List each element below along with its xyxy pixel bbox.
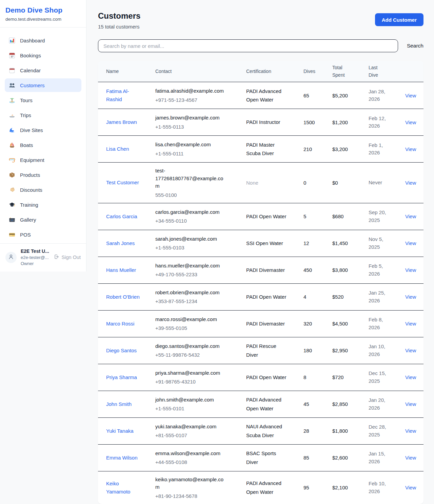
- view-link[interactable]: View: [405, 93, 416, 98]
- sidebar-item-customers[interactable]: Customers: [5, 78, 81, 92]
- customer-contact-cell: yuki.tanaka@example.com+81-555-0107: [155, 423, 246, 439]
- sidebar-item-pos[interactable]: POS: [5, 228, 81, 241]
- customer-name-link[interactable]: Fatima Al-Rashid: [106, 87, 140, 104]
- customer-name-cell: Hans Mueller: [106, 266, 155, 274]
- customer-email: emma.wilson@example.com: [155, 450, 227, 458]
- sidebar-item-label: Training: [20, 202, 38, 208]
- sidebar-item-gallery[interactable]: Gallery: [5, 213, 81, 226]
- view-link[interactable]: View: [405, 294, 416, 300]
- customer-dives: 12: [303, 240, 332, 246]
- page-title: Customers: [98, 11, 140, 21]
- customer-email: john.smith@example.com: [155, 396, 227, 404]
- customer-name-cell: Robert O'Brien: [106, 293, 155, 301]
- view-link[interactable]: View: [405, 485, 416, 490]
- view-link[interactable]: View: [405, 401, 416, 407]
- sidebar-item-training[interactable]: Training: [5, 198, 81, 211]
- sidebar-item-equipment[interactable]: Equipment: [5, 153, 81, 167]
- sidebar: Demo Dive Shop demo.test.divestreams.com…: [0, 0, 86, 272]
- customer-name-link[interactable]: Diego Santos: [106, 347, 140, 355]
- sidebar-item-tours[interactable]: Tours: [5, 93, 81, 107]
- search-row: Search: [98, 39, 423, 52]
- view-link[interactable]: View: [405, 428, 416, 434]
- customer-name-link[interactable]: James Brown: [106, 118, 140, 126]
- sidebar-item-dashboard[interactable]: Dashboard: [5, 34, 81, 47]
- customer-last-dive: Jan 10, 2026: [369, 343, 390, 358]
- customer-name-link[interactable]: Carlos Garcia: [106, 212, 140, 221]
- customer-last-dive: Sep 20, 2025: [369, 209, 390, 224]
- customer-certification: BSAC Sports Diver: [246, 449, 288, 466]
- sidebar-item-calendar[interactable]: Calendar: [5, 63, 81, 77]
- person-icon: [8, 254, 14, 261]
- customer-phone: +1-555-0103: [155, 244, 246, 251]
- customer-last-dive: Feb 5, 2026: [369, 262, 390, 278]
- sign-out-label: Sign Out: [62, 255, 81, 260]
- customer-name-link[interactable]: John Smith: [106, 400, 140, 408]
- customer-certification: PADI Instructor: [246, 118, 288, 127]
- customer-name-cell: Keiko Yamamoto: [106, 480, 155, 496]
- customer-total-spent: $2,850: [332, 401, 369, 407]
- customer-last-dive: Feb 12, 2026: [369, 115, 390, 130]
- customer-last-dive: Jan 15, 2026: [369, 450, 390, 465]
- search-button[interactable]: Search: [407, 43, 423, 49]
- customer-name-link[interactable]: Yuki Tanaka: [106, 427, 140, 435]
- view-link[interactable]: View: [405, 180, 416, 186]
- search-input[interactable]: [98, 39, 398, 52]
- view-link[interactable]: View: [405, 146, 416, 152]
- customer-contact-cell: marco.rossi@example.com+39-555-0105: [155, 316, 246, 332]
- table-row: John Smithjohn.smith@example.com+1-555-0…: [98, 391, 423, 418]
- customer-phone: +353-87-555-1234: [155, 298, 246, 305]
- sidebar-item-label: Customers: [20, 82, 45, 88]
- page-header: Customers 15 total customers Add Custome…: [98, 11, 423, 30]
- view-link[interactable]: View: [405, 240, 416, 246]
- customer-name-link[interactable]: Lisa Chen: [106, 145, 140, 153]
- sidebar-item-label: Calendar: [20, 68, 41, 73]
- customer-name-link[interactable]: Test Customer: [106, 179, 140, 187]
- customer-email: lisa.chen@example.com: [155, 141, 227, 149]
- sidebar-item-boats[interactable]: Boats: [5, 138, 81, 152]
- customer-total-spent: $680: [332, 213, 369, 219]
- package-icon: [9, 172, 15, 178]
- view-link[interactable]: View: [405, 321, 416, 326]
- customer-name-link[interactable]: Robert O'Brien: [106, 293, 140, 301]
- customer-phone: +81-90-1234-5678: [155, 492, 246, 500]
- customer-name-link[interactable]: Sarah Jones: [106, 239, 140, 247]
- table-row: Test Customertest-1772681807767@example.…: [98, 163, 423, 203]
- customer-name-link[interactable]: Emma Wilson: [106, 454, 140, 462]
- sidebar-item-label: Tours: [20, 97, 33, 103]
- sidebar-item-dive-sites[interactable]: Dive Sites: [5, 123, 81, 137]
- customer-last-dive: Jan 20, 2026: [369, 396, 390, 412]
- user-texts: E2E Test U... e2e-tester@... Owner: [21, 248, 50, 266]
- view-link[interactable]: View: [405, 348, 416, 353]
- view-link[interactable]: View: [405, 267, 416, 273]
- customer-last-dive: Jan 28, 2026: [369, 88, 390, 103]
- shop-name: Demo Dive Shop: [5, 6, 81, 14]
- sidebar-item-discounts[interactable]: Discounts: [5, 183, 81, 197]
- view-link[interactable]: View: [405, 455, 416, 461]
- view-link[interactable]: View: [405, 119, 416, 125]
- view-link[interactable]: View: [405, 213, 416, 219]
- view-cell: View: [405, 93, 416, 98]
- view-cell: View: [405, 455, 416, 461]
- customer-name-link[interactable]: Marco Rossi: [106, 320, 140, 328]
- customer-name-link[interactable]: Priya Sharma: [106, 373, 140, 381]
- sidebar-item-bookings[interactable]: 17Bookings: [5, 49, 81, 62]
- customer-name-link[interactable]: Keiko Yamamoto: [106, 480, 140, 496]
- customer-dives: 5: [303, 213, 332, 219]
- customer-certification: PADI Rescue Diver: [246, 342, 288, 359]
- customer-name-link[interactable]: Hans Mueller: [106, 266, 140, 274]
- customer-contact-cell: keiko.yamamoto@example.com+81-90-1234-56…: [155, 476, 246, 500]
- sidebar-item-products[interactable]: Products: [5, 168, 81, 182]
- user-name: E2E Test U...: [21, 248, 50, 254]
- camera-icon: [9, 217, 15, 223]
- add-customer-button[interactable]: Add Customer: [375, 13, 423, 26]
- sign-out-button[interactable]: Sign Out: [54, 254, 81, 261]
- customer-dives: 8: [303, 374, 332, 380]
- customer-last-dive: Never: [369, 179, 390, 187]
- sidebar-item-trips[interactable]: Trips: [5, 108, 81, 122]
- table-row: Yuki Tanakayuki.tanaka@example.com+81-55…: [98, 418, 423, 445]
- customer-total-spent: $0: [332, 180, 369, 186]
- speedboat-icon: [9, 112, 15, 118]
- sidebar-item-label: Equipment: [20, 157, 44, 163]
- view-link[interactable]: View: [405, 374, 416, 380]
- wave-icon: [9, 127, 15, 133]
